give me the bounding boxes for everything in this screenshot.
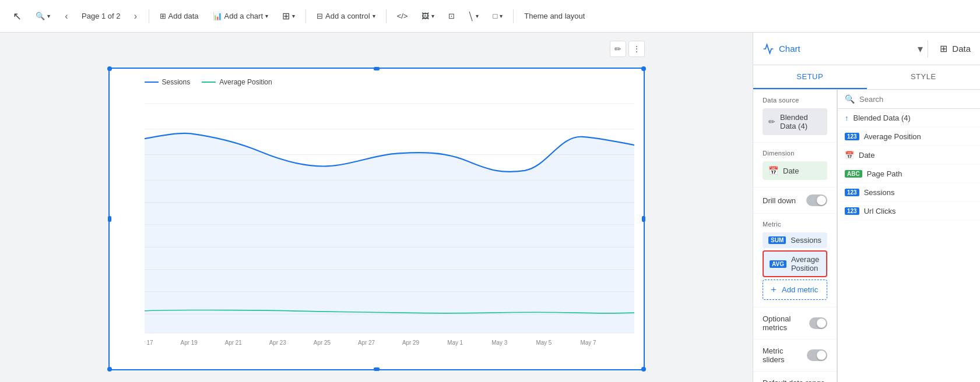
cursor-icon: ↖ <box>13 10 22 23</box>
type-badge-123-sessions: 123 <box>845 189 859 196</box>
setup-panel: Data source ✏ Blended Data (4) Dimension… <box>753 90 837 382</box>
calendar-icon: 📅 <box>768 166 778 175</box>
chart-svg: 50K 10K 5K 1K 500 100 50 10 5 1 0 <box>145 91 634 346</box>
metric-sliders-knob <box>817 351 826 360</box>
resize-handle-left[interactable] <box>108 216 111 222</box>
embed-button[interactable]: </> <box>391 8 414 24</box>
resize-handle-bottom[interactable] <box>374 367 380 371</box>
chart-legend: Sessions Average Position <box>145 78 634 86</box>
panel-body: Data source ✏ Blended Data (4) Dimension… <box>753 90 980 382</box>
metric-avg-position-row[interactable]: AVG Average Position <box>763 250 827 277</box>
drill-down-toggle[interactable] <box>806 194 827 206</box>
svg-text:Apr 27: Apr 27 <box>357 339 374 346</box>
pencil-icon: ✏ <box>614 44 621 54</box>
chart-inner: Sessions Average Position <box>110 69 644 369</box>
metric-sliders-row: Metric sliders <box>753 339 837 371</box>
optional-metrics-row: Optional metrics <box>753 307 837 339</box>
svg-text:Apr 29: Apr 29 <box>402 339 419 346</box>
add-control-icon: ⊟ <box>317 12 323 20</box>
data-item-url-clicks[interactable]: 123 Url Clicks <box>838 202 980 221</box>
data-source-item[interactable]: ✏ Blended Data (4) <box>763 108 827 135</box>
resize-handle-tl[interactable] <box>107 66 112 71</box>
svg-text:Apr 25: Apr 25 <box>313 339 330 346</box>
resize-handle-right[interactable] <box>642 216 645 222</box>
shape-chevron: ▾ <box>500 13 503 19</box>
toolbar: ↖ 🔍 ▾ ‹ Page 1 of 2 › ⊞ Add data 📊 Add a… <box>0 0 980 33</box>
data-item-page-path[interactable]: ABC Page Path <box>838 165 980 183</box>
search-icon: 🔍 <box>845 94 855 104</box>
crop-icon: ⊡ <box>448 12 455 20</box>
dimension-item[interactable]: 📅 Date <box>763 161 827 180</box>
type-badge-123-url: 123 <box>845 207 859 215</box>
resize-handle-br[interactable] <box>641 367 646 372</box>
data-panel-tab[interactable]: ⊞ Data <box>933 43 971 54</box>
add-chart-button[interactable]: 📊 Add a chart ▾ <box>207 8 275 24</box>
svg-text:Apr 23: Apr 23 <box>269 339 286 346</box>
prev-page-button[interactable]: ‹ <box>58 8 75 24</box>
line-button[interactable]: ╱ ▾ <box>463 8 484 24</box>
shape-icon: □ <box>493 12 497 20</box>
chart-widget-toolbar: ✏ ⋮ <box>610 41 645 57</box>
zoom-icon: 🔍 <box>36 12 45 20</box>
add-control-button[interactable]: ⊟ Add a control ▾ <box>311 8 381 24</box>
avg-position-line-legend <box>202 82 216 83</box>
resize-handle-bl[interactable] <box>107 367 112 372</box>
image-button[interactable]: 🖼 ▾ <box>416 8 440 24</box>
zoom-tool[interactable]: 🔍 ▾ <box>30 8 56 24</box>
data-item-avg-position[interactable]: 123 Average Position <box>838 128 980 146</box>
chart-panel-tab[interactable]: Chart ▾ <box>763 43 923 55</box>
next-page-button[interactable]: › <box>128 8 144 24</box>
data-item-date[interactable]: 📅 Date <box>838 146 980 165</box>
separator-3 <box>386 9 387 23</box>
line-icon: ╱ <box>466 11 476 20</box>
data-panel-right: 🔍 ↑ Blended Data (4) 123 Average Positio… <box>837 90 980 382</box>
svg-text:Apr 17: Apr 17 <box>145 339 153 346</box>
chart-widget: Sessions Average Position <box>108 68 645 370</box>
setup-style-tabs: SETUP STYLE <box>753 65 980 90</box>
svg-text:May 1: May 1 <box>447 339 463 346</box>
crop-button[interactable]: ⊡ <box>442 8 461 24</box>
zoom-chevron: ▾ <box>47 13 50 19</box>
add-control-chevron: ▾ <box>373 13 375 19</box>
chart-icon <box>763 43 774 55</box>
add-widget-icon: ⊞ <box>282 10 290 22</box>
avg-tag: AVG <box>770 260 786 268</box>
add-metric-button[interactable]: ＋ Add metric <box>763 280 827 300</box>
legend-avg-position: Average Position <box>202 78 272 86</box>
edit-chart-button[interactable]: ✏ <box>610 41 626 57</box>
data-source-section: Data source ✏ Blended Data (4) <box>753 90 837 143</box>
data-item-blended[interactable]: ↑ Blended Data (4) <box>838 109 980 128</box>
add-data-icon: ⊞ <box>160 12 166 20</box>
more-icon: ⋮ <box>633 44 641 54</box>
search-input[interactable] <box>859 95 973 104</box>
table-icon: ⊞ <box>940 43 947 54</box>
calendar-badge-icon: 📅 <box>845 151 854 160</box>
image-chevron: ▾ <box>431 13 434 19</box>
default-date-row: Default date range <box>753 371 837 382</box>
svg-text:Apr 19: Apr 19 <box>180 339 197 346</box>
add-data-button[interactable]: ⊞ Add data <box>154 8 205 24</box>
svg-text:May 7: May 7 <box>580 339 596 346</box>
shape-button[interactable]: □ ▾ <box>487 8 508 24</box>
metric-sliders-toggle[interactable] <box>807 349 828 361</box>
add-icon: ＋ <box>769 284 778 296</box>
sum-tag: SUM <box>768 236 786 244</box>
canvas-area: ✏ ⋮ <box>0 33 753 382</box>
add-widget-button[interactable]: ⊞ ▾ <box>276 7 301 25</box>
add-chart-chevron: ▾ <box>265 13 268 19</box>
panel-header-divider <box>928 40 928 58</box>
theme-layout-button[interactable]: Theme and layout <box>518 8 591 24</box>
cursor-tool[interactable]: ↖ <box>7 6 27 26</box>
setup-tab[interactable]: SETUP <box>753 65 867 89</box>
chart-dropdown-icon[interactable]: ▾ <box>918 43 923 55</box>
metric-sessions-row[interactable]: SUM Sessions <box>763 232 827 248</box>
style-tab[interactable]: STYLE <box>867 65 981 89</box>
separator-4 <box>513 9 514 23</box>
data-search: 🔍 <box>838 90 980 109</box>
more-options-button[interactable]: ⋮ <box>628 41 645 57</box>
separator-1 <box>149 9 149 23</box>
resize-handle-top[interactable] <box>374 67 380 70</box>
data-item-sessions[interactable]: 123 Sessions <box>838 183 980 202</box>
resize-handle-tr[interactable] <box>641 66 646 71</box>
optional-metrics-toggle[interactable] <box>809 317 827 329</box>
